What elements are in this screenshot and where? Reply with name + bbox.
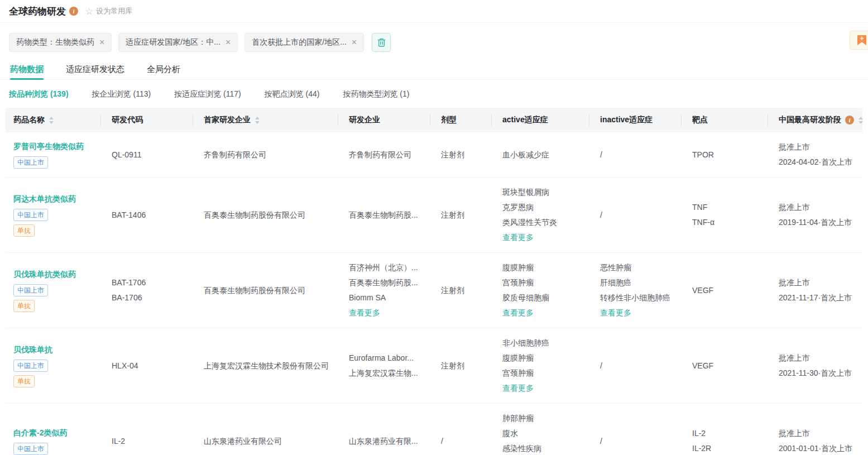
view-more-link[interactable]: 查看更多	[600, 305, 631, 320]
column-header-inactive-indications: inactive适应症	[589, 108, 681, 132]
view-more-link[interactable]: 查看更多	[349, 305, 380, 320]
indication: 非小细胞肺癌	[502, 336, 549, 351]
view-more-link[interactable]: 查看更多	[502, 230, 534, 245]
dev-code-cell: BAT-1706BA-1706	[100, 253, 193, 328]
indication: /	[600, 208, 602, 223]
info-icon[interactable]: i	[845, 116, 854, 124]
status-badge: 单抗	[13, 300, 35, 312]
developer: Eurofarma Labor...	[349, 351, 414, 366]
indication: 腹膜肿瘤	[502, 260, 534, 275]
stage-line: 批准上市	[779, 426, 810, 441]
filter-tag-label: 适应症研发国家/地区：中...	[126, 37, 220, 47]
indication: 转移性非小细胞肺癌	[600, 290, 670, 305]
dosage-form: /	[441, 434, 443, 449]
column-header-developer: 研发企业	[338, 108, 430, 132]
targets-cell: TNFTNF-α	[681, 178, 768, 252]
filter-tag[interactable]: 药物类型：生物类似药×	[9, 33, 112, 52]
drug-name-link[interactable]: 罗普司亭生物类似药	[13, 141, 84, 152]
column-label: inactive适应症	[600, 115, 653, 125]
view-more-link[interactable]: 查看更多	[502, 305, 534, 320]
dosage-form: 注射剂	[441, 358, 464, 373]
column-header-drug-name: 药品名称	[6, 108, 100, 132]
indication: 宫颈肿瘤	[502, 366, 534, 381]
sort-icon[interactable]	[255, 117, 260, 124]
active-indications-cell: 肺部肿瘤腹水感染性疾病查看更多	[491, 404, 589, 455]
first-developer-cell: 百奥泰生物制药股份有限公司	[193, 178, 338, 252]
dev-code: BA-1706	[112, 290, 142, 305]
drug-cell: 贝伐珠单抗中国上市单抗	[6, 328, 100, 403]
target: TNF-α	[692, 215, 714, 230]
close-icon[interactable]: ×	[99, 39, 104, 46]
close-icon[interactable]: ×	[352, 39, 357, 46]
targets-cell: VEGF	[681, 253, 768, 328]
favorite-star-icon[interactable]: ☆	[85, 7, 93, 16]
badge-list: 中国上市	[13, 156, 48, 169]
active-indications-cell: 血小板减少症	[491, 132, 589, 177]
badge-list: 中国上市单抗	[13, 209, 48, 237]
developer: 齐鲁制药有限公司	[349, 147, 411, 162]
subtab-by-target[interactable]: 按靶点浏览 (44)	[265, 89, 320, 99]
status-badge: 中国上市	[13, 284, 48, 296]
indication: 宫颈肿瘤	[502, 275, 534, 290]
sort-down-arrow	[859, 121, 863, 124]
stage-line: 2024-04-02·首次上市	[779, 155, 852, 170]
developer: 百奥泰生物制药股...	[349, 208, 418, 223]
column-label: 研发企业	[349, 115, 380, 125]
inactive-indications-cell: /	[589, 132, 681, 177]
table-row: 贝伐珠单抗类似药中国上市单抗BAT-1706BA-1706百奥泰生物制药股份有限…	[6, 253, 862, 328]
drug-name-link[interactable]: 贝伐珠单抗	[13, 344, 52, 355]
favorite-label[interactable]: 设为常用库	[96, 6, 132, 16]
targets-cell: TPOR	[681, 132, 768, 177]
dosage-form-cell: /	[430, 404, 491, 455]
filter-tag-label: 药物类型：生物类似药	[16, 37, 94, 47]
drug-table: 药品名称研发代码首家研发企业研发企业剂型active适应症inactive适应症…	[6, 108, 862, 455]
indication: 感染性疾病	[502, 441, 541, 455]
first-developer: 齐鲁制药有限公司	[204, 147, 266, 162]
developer: 上海复宏汉霖生物...	[349, 366, 418, 381]
clear-filters-button[interactable]	[372, 33, 391, 52]
tab-global-analysis[interactable]: 全局分析	[146, 59, 181, 79]
sort-up-arrow	[49, 117, 54, 119]
table-row: 贝伐珠单抗中国上市单抗HLX-04上海复宏汉霖生物技术股份有限公司Eurofar…	[6, 328, 862, 404]
drug-cell: 贝伐珠单抗类似药中国上市单抗	[6, 253, 100, 328]
target: VEGF	[692, 358, 713, 373]
subtab-by-drug-type[interactable]: 按药物类型浏览 (1)	[343, 89, 409, 99]
view-more-link[interactable]: 查看更多	[502, 381, 534, 396]
dev-code-cell: HLX-04	[100, 328, 193, 403]
stage-line: 2001-01-01·首次上市	[779, 441, 852, 455]
column-label: 研发代码	[112, 115, 143, 125]
dosage-form-cell: 注射剂	[430, 253, 491, 328]
developers-cell: 百奥泰生物制药股...	[338, 178, 430, 252]
badge-list: 中国上市	[13, 443, 48, 455]
stage-line: 2021-11-30·首次上市	[779, 366, 852, 381]
subscribe-button[interactable]: + 订阅	[850, 31, 868, 50]
sort-icon[interactable]	[859, 117, 863, 124]
column-label: active适应症	[502, 115, 548, 125]
indication: 胶质母细胞瘤	[502, 290, 549, 305]
table-header: 药品名称研发代码首家研发企业研发企业剂型active适应症inactive适应症…	[6, 108, 862, 132]
drug-name-link[interactable]: 阿达木单抗类似药	[13, 193, 76, 204]
drug-name-link[interactable]: 白介素-2类似药	[13, 427, 67, 438]
developers-cell: 山东泉港药业有限...	[338, 404, 430, 455]
dosage-form: 注射剂	[441, 208, 464, 223]
table-row: 罗普司亭生物类似药中国上市QL-0911齐鲁制药有限公司齐鲁制药有限公司注射剂血…	[6, 132, 862, 178]
stage-cell: 批准上市2021-11-17·首次上市	[768, 253, 862, 328]
subtab-by-indication[interactable]: 按适应症浏览 (117)	[174, 89, 241, 99]
target: TPOR	[692, 147, 714, 162]
sort-down-arrow	[49, 121, 54, 124]
tab-drug-data[interactable]: 药物数据	[9, 59, 45, 79]
badge-list: 中国上市单抗	[13, 284, 48, 312]
subtab-by-variety[interactable]: 按品种浏览 (139)	[9, 89, 69, 99]
info-icon[interactable]: i	[69, 7, 78, 16]
status-badge: 中国上市	[13, 443, 48, 455]
filter-tag[interactable]: 首次获批上市的国家/地区...×	[244, 33, 364, 52]
inactive-indications-cell: /	[589, 178, 681, 252]
close-icon[interactable]: ×	[226, 39, 231, 46]
subtab-by-company[interactable]: 按企业浏览 (113)	[92, 89, 151, 99]
sort-icon[interactable]	[49, 117, 54, 124]
stage-cell: 批准上市2001-01-01·首次上市	[768, 404, 862, 455]
drug-name-link[interactable]: 贝伐珠单抗类似药	[13, 269, 76, 280]
tab-indication-status[interactable]: 适应症研发状态	[65, 59, 126, 79]
dosage-form-cell: 注射剂	[430, 178, 491, 252]
filter-tag[interactable]: 适应症研发国家/地区：中...×	[118, 33, 238, 52]
